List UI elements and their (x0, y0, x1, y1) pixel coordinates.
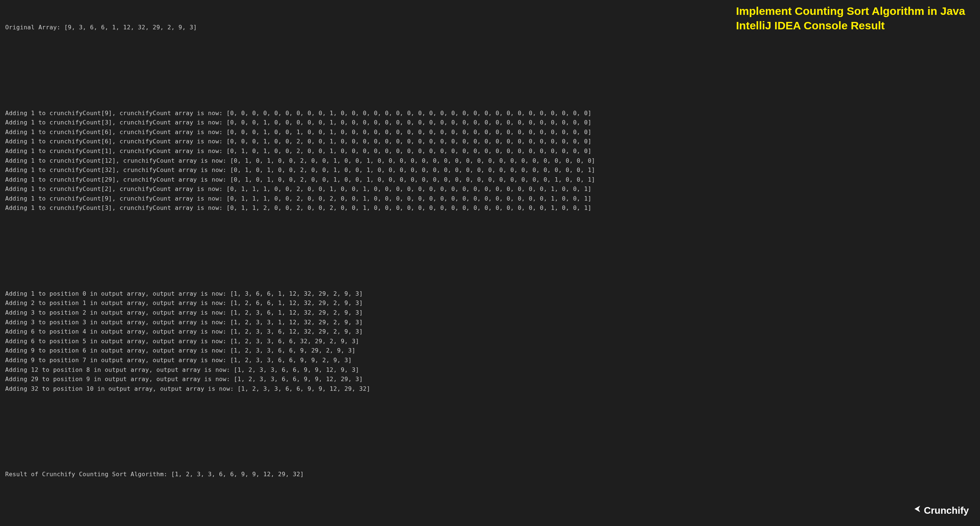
count-step-line: Adding 1 to crunchifyCount[6], crunchify… (5, 137, 975, 147)
count-step-line: Adding 1 to crunchifyCount[12], crunchif… (5, 156, 975, 166)
crunchify-logo-text: Crunchify (924, 503, 969, 518)
count-step-line: Adding 1 to crunchifyCount[9], crunchify… (5, 194, 975, 204)
result-line: Result of Crunchify Counting Sort Algori… (5, 470, 975, 479)
count-step-line: Adding 1 to crunchifyCount[6], crunchify… (5, 128, 975, 137)
count-step-line: Adding 1 to crunchifyCount[32], crunchif… (5, 165, 975, 175)
count-step-line: Adding 1 to crunchifyCount[3], crunchify… (5, 118, 975, 128)
count-step-line: Adding 1 to crunchifyCount[1], crunchify… (5, 147, 975, 156)
blank-spacer (5, 413, 975, 422)
blank-spacer (5, 80, 975, 89)
blank-spacer (5, 441, 975, 451)
title-line1: Implement Counting Sort Algorithm in Jav… (736, 4, 965, 18)
output-step-line: Adding 1 to position 0 in output array, … (5, 289, 975, 299)
crunchify-icon (912, 503, 922, 518)
blank-spacer (5, 260, 975, 270)
output-step-line: Adding 6 to position 4 in output array, … (5, 327, 975, 336)
blank-spacer (5, 232, 975, 241)
count-step-line: Adding 1 to crunchifyCount[3], crunchify… (5, 203, 975, 213)
crunchify-logo: Crunchify (912, 503, 969, 518)
title-overlay: Implement Counting Sort Algorithm in Jav… (736, 4, 965, 33)
console-output-block: Original Array: [9, 3, 6, 6, 1, 12, 32, … (5, 4, 975, 526)
output-step-line: Adding 2 to position 1 in output array, … (5, 298, 975, 308)
blank-spacer (5, 498, 975, 508)
output-step-line: Adding 9 to position 6 in output array, … (5, 346, 975, 355)
count-step-line: Adding 1 to crunchifyCount[9], crunchify… (5, 108, 975, 118)
output-step-line: Adding 32 to position 10 in output array… (5, 384, 975, 394)
output-step-line: Adding 3 to position 3 in output array, … (5, 317, 975, 327)
output-step-line: Adding 12 to position 8 in output array,… (5, 365, 975, 375)
title-line2: IntelliJ IDEA Console Result (736, 18, 965, 33)
blank-spacer (5, 51, 975, 61)
output-step-line: Adding 3 to position 2 in output array, … (5, 308, 975, 317)
count-step-line: Adding 1 to crunchifyCount[2], crunchify… (5, 184, 975, 194)
output-step-line: Adding 9 to position 7 in output array, … (5, 355, 975, 365)
count-step-line: Adding 1 to crunchifyCount[29], crunchif… (5, 175, 975, 185)
count-steps-container: Adding 1 to crunchifyCount[9], crunchify… (5, 108, 975, 213)
output-step-line: Adding 6 to position 5 in output array, … (5, 336, 975, 346)
output-steps-container: Adding 1 to position 0 in output array, … (5, 289, 975, 394)
output-step-line: Adding 29 to position 9 in output array,… (5, 375, 975, 384)
